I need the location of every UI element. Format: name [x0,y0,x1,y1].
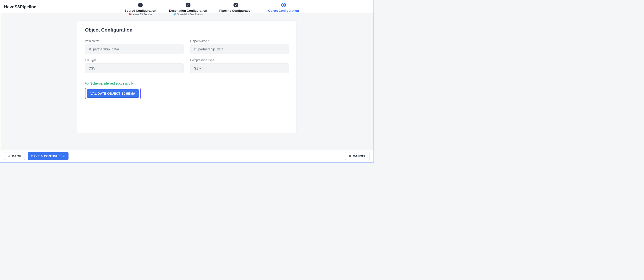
pipeline-name: HevoS3Pipeline [4,0,54,10]
field-compression-type: Compression Type [190,59,289,73]
label-path-prefix: Path prefix * [85,40,184,43]
step-sub-destination-label: Snowflake Destination [177,13,203,16]
arrow-right-icon [62,155,65,158]
step-label-pipeline: Pipeline Configuration [219,9,252,13]
check-circle-icon [85,82,89,85]
step-sub-source: Hevo S3 Source [129,13,152,16]
step-sub-source-label: Hevo S3 Source [133,13,152,16]
hevo-icon [129,13,132,16]
step-label-destination: Destination Configuration [169,9,207,13]
step-sub-destination: Snowflake Destination [173,13,203,16]
back-button-label: BACK [12,154,21,158]
cancel-button-label: CANCEL [353,154,366,158]
header: HevoS3Pipeline Source Configuration Hevo… [0,0,374,13]
step-pipeline-configuration[interactable]: Pipeline Configuration [212,3,260,13]
label-file-type: File Type [85,59,184,62]
step-circle-source [138,3,143,8]
footer: BACK SAVE & CONTINUE CANCEL [0,150,374,162]
validate-object-schema-button[interactable]: VALIDATE OBJECT SCHEMA [87,89,139,98]
object-configuration-card: Object Configuration Path prefix * Objec… [77,20,297,133]
input-compression-type[interactable] [190,63,289,73]
field-file-type: File Type [85,59,184,73]
field-object-name: Object Name * [190,40,289,54]
check-icon [187,4,189,6]
step-object-configuration[interactable]: Object Configuration [260,3,308,13]
cancel-button[interactable]: CANCEL [345,152,370,160]
card-title: Object Configuration [85,27,289,33]
step-source-configuration[interactable]: Source Configuration Hevo S3 Source [116,3,164,16]
main-content: Object Configuration Path prefix * Objec… [0,13,374,150]
back-button[interactable]: BACK [4,152,25,160]
validate-schema-highlight: VALIDATE OBJECT SCHEMA [85,88,141,99]
schema-status: Schema inferred successfully [85,82,289,85]
input-file-type[interactable] [85,63,184,73]
close-icon [349,155,351,157]
svg-rect-2 [130,14,130,15]
label-compression-type: Compression Type [190,59,289,62]
step-circle-destination [186,3,190,8]
save-continue-button[interactable]: SAVE & CONTINUE [28,152,68,160]
schema-status-text: Schema inferred successfully [90,82,134,85]
field-path-prefix: Path prefix * [85,40,184,54]
step-destination-configuration[interactable]: Destination Configuration Snowflake Dest… [164,3,212,16]
save-continue-label: SAVE & CONTINUE [31,154,61,158]
step-label-source: Source Configuration [124,9,156,13]
check-icon [139,4,142,6]
arrow-left-icon [8,155,10,158]
stepper: Source Configuration Hevo S3 Source Dest… [54,0,370,16]
snowflake-icon [173,13,176,16]
step-label-object: Object Configuration [268,9,299,13]
input-path-prefix[interactable] [85,44,184,54]
step-circle-object [281,3,286,8]
input-object-name[interactable] [190,44,289,54]
label-object-name: Object Name * [190,40,289,43]
step-circle-pipeline [234,3,238,8]
form-grid: Path prefix * Object Name * File Type Co… [85,40,289,73]
stepper-inner: Source Configuration Hevo S3 Source Dest… [116,3,308,16]
check-icon [235,4,237,6]
